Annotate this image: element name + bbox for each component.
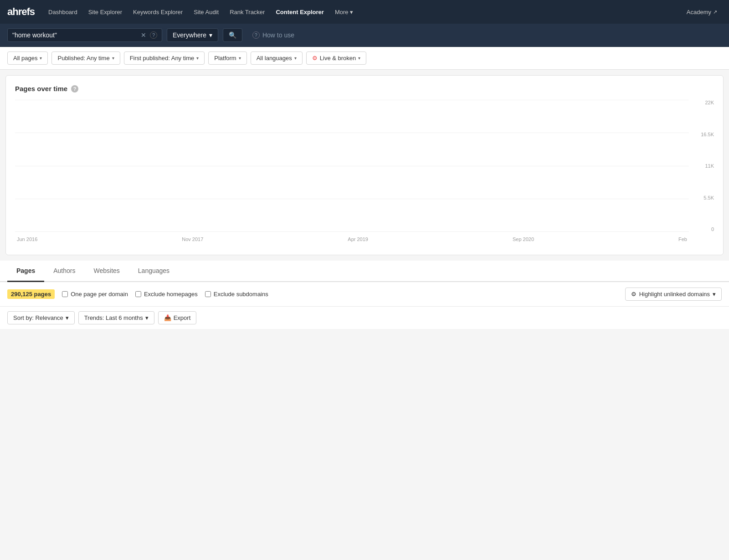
one-per-domain-checkbox-label[interactable]: One page per domain [62, 291, 128, 298]
search-icon: 🔍 [229, 31, 236, 39]
search-input[interactable] [12, 31, 137, 39]
export-label: Export [174, 314, 191, 321]
one-per-domain-label: One page per domain [71, 291, 128, 298]
chart-title-text: Pages over time [15, 85, 67, 92]
platform-label: Platform [214, 55, 236, 62]
nav-more-chevron: ▾ [350, 9, 353, 15]
sort-label: Sort by: Relevance [13, 314, 63, 321]
nav-academy[interactable]: Academy ↗ [682, 6, 722, 18]
trends-button[interactable]: Trends: Last 6 months ▾ [78, 311, 154, 324]
how-to-use-label: How to use [262, 31, 294, 39]
exclude-subdomains-checkbox-label[interactable]: Exclude subdomains [205, 291, 268, 298]
y-label-0: 0 [711, 226, 714, 232]
x-label-feb: Feb [678, 236, 687, 242]
exclude-homepages-checkbox[interactable] [135, 291, 141, 297]
all-pages-filter[interactable]: All pages ▾ [7, 51, 48, 65]
search-button[interactable]: 🔍 [223, 28, 242, 42]
table-controls: 290,125 pages One page per domain Exclud… [0, 282, 729, 307]
all-languages-chevron-icon: ▾ [294, 56, 297, 61]
how-to-use[interactable]: ? How to use [252, 31, 294, 39]
nav-more-label: More [335, 9, 349, 15]
nav-site-audit[interactable]: Site Audit [189, 6, 223, 18]
y-label-22k: 22K [705, 100, 714, 105]
scope-chevron-icon: ▾ [209, 31, 212, 39]
nav-rank-tracker[interactable]: Rank Tracker [225, 6, 269, 18]
platform-filter[interactable]: Platform ▾ [208, 51, 246, 65]
nav-content-explorer[interactable]: Content Explorer [271, 6, 328, 18]
help-circle-icon[interactable]: ? [150, 31, 157, 39]
first-published-label: First published: Any time [130, 55, 195, 62]
first-published-chevron-icon: ▾ [196, 56, 199, 61]
nav-dashboard[interactable]: Dashboard [44, 6, 82, 18]
all-languages-label: All languages [257, 55, 292, 62]
logo-a: a [7, 6, 12, 17]
chart-x-labels: Jun 2016 Nov 2017 Apr 2019 Sep 2020 Feb [15, 233, 689, 246]
search-bar: ✕ ? Everywhere ▾ 🔍 ? How to use [0, 24, 729, 47]
exclude-homepages-checkbox-label[interactable]: Exclude homepages [135, 291, 198, 298]
search-input-wrap: ✕ ? [7, 28, 162, 42]
sort-chevron-icon: ▾ [66, 314, 69, 321]
chart-section: Pages over time ? 22K 16.5K 11K 5.5K 0 J… [5, 75, 724, 255]
highlight-unlinked-button[interactable]: ⚙ Highlight unlinked domains ▾ [625, 288, 722, 301]
clear-icon[interactable]: ✕ [141, 31, 146, 39]
chart-bars [15, 100, 689, 232]
trends-label: Trends: Last 6 months [84, 314, 143, 321]
nav-keywords-explorer[interactable]: Keywords Explorer [128, 6, 187, 18]
live-broken-label: Live & broken [320, 55, 356, 62]
all-pages-chevron-icon: ▾ [40, 56, 42, 61]
first-published-filter[interactable]: First published: Any time ▾ [124, 51, 205, 65]
x-label-sep2020: Sep 2020 [513, 236, 534, 242]
one-per-domain-checkbox[interactable] [62, 291, 68, 297]
highlight-icon: ⚙ [631, 291, 637, 298]
published-filter[interactable]: Published: Any time ▾ [51, 51, 120, 65]
live-broken-icon: ⚙ [312, 55, 318, 62]
published-label: Published: Any time [57, 55, 109, 62]
exclude-homepages-label: Exclude homepages [144, 291, 198, 298]
y-label-5k: 5.5K [703, 195, 714, 200]
scope-label: Everywhere [173, 31, 206, 39]
tabs-section: Pages Authors Websites Languages [0, 261, 729, 282]
tab-authors[interactable]: Authors [44, 261, 84, 282]
bottom-controls: Sort by: Relevance ▾ Trends: Last 6 mont… [0, 307, 729, 329]
logo[interactable]: ahrefs [7, 6, 35, 18]
y-label-11k: 11K [705, 163, 714, 169]
exclude-subdomains-checkbox[interactable] [205, 291, 211, 297]
export-button[interactable]: 📥 Export [158, 311, 197, 324]
y-label-16k: 16.5K [701, 132, 714, 137]
highlight-chevron-icon: ▾ [713, 291, 716, 298]
nav-academy-label: Academy [687, 9, 711, 15]
external-link-icon: ↗ [713, 9, 717, 15]
chart-title: Pages over time ? [15, 85, 714, 92]
all-languages-filter[interactable]: All languages ▾ [251, 51, 303, 65]
how-to-use-help-icon: ? [252, 31, 260, 39]
x-label-nov2017: Nov 2017 [182, 236, 203, 242]
tab-languages[interactable]: Languages [129, 261, 179, 282]
scope-dropdown[interactable]: Everywhere ▾ [167, 28, 218, 42]
published-chevron-icon: ▾ [112, 56, 114, 61]
x-label-jun2016: Jun 2016 [17, 236, 37, 242]
live-broken-chevron-icon: ▾ [358, 56, 360, 61]
exclude-subdomains-label: Exclude subdomains [214, 291, 268, 298]
tab-pages[interactable]: Pages [7, 261, 44, 282]
x-label-apr2019: Apr 2019 [348, 236, 368, 242]
tab-websites[interactable]: Websites [85, 261, 129, 282]
all-pages-label: All pages [13, 55, 37, 62]
platform-chevron-icon: ▾ [239, 56, 241, 61]
navbar: ahrefs Dashboard Site Explorer Keywords … [0, 0, 729, 24]
logo-hrefs: hrefs [12, 6, 35, 17]
highlight-label: Highlight unlinked domains [639, 291, 710, 298]
nav-more[interactable]: More ▾ [330, 6, 358, 18]
chart-y-labels: 22K 16.5K 11K 5.5K 0 [691, 100, 714, 232]
nav-site-explorer[interactable]: Site Explorer [84, 6, 127, 18]
live-broken-filter[interactable]: ⚙ Live & broken ▾ [306, 51, 367, 65]
export-icon: 📥 [164, 314, 171, 321]
chart-help-icon[interactable]: ? [71, 85, 78, 92]
pages-count-badge: 290,125 pages [7, 289, 55, 299]
trends-chevron-icon: ▾ [145, 314, 149, 321]
filters-bar: All pages ▾ Published: Any time ▾ First … [0, 47, 729, 70]
sort-button[interactable]: Sort by: Relevance ▾ [7, 311, 75, 324]
chart-container: 22K 16.5K 11K 5.5K 0 Jun 2016 Nov 2017 A… [15, 100, 714, 246]
